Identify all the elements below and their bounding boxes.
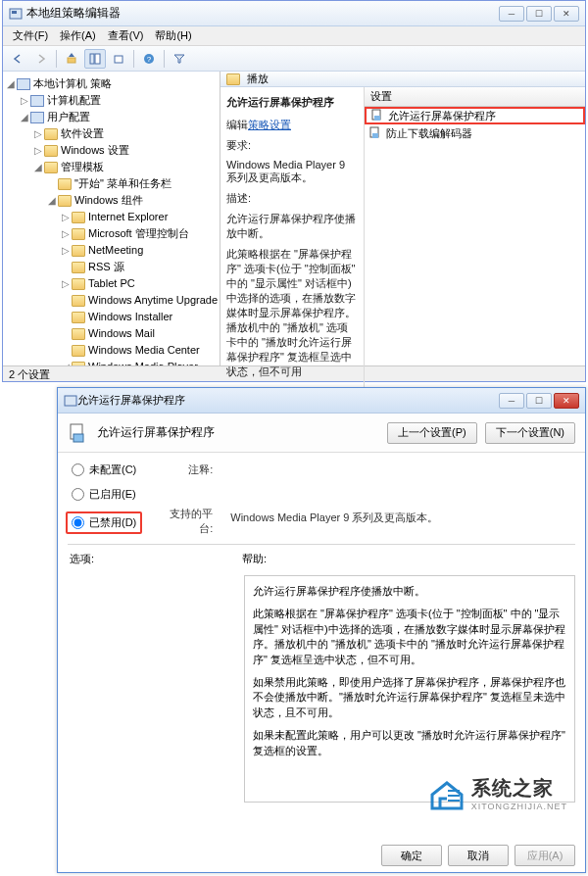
dialog-header-row: 允许运行屏幕保护程序 上一个设置(P) 下一个设置(N) <box>58 414 585 453</box>
highlighted-radio: 已禁用(D) <box>66 511 142 534</box>
tree-node-win-components[interactable]: ◢Windows 组件 ▷Internet Explorer ▷Microsof… <box>46 192 220 365</box>
forward-button[interactable] <box>30 49 52 69</box>
menu-action[interactable]: 操作(A) <box>54 26 102 45</box>
dialog-options-row: 未配置(C) 已启用(E) 已禁用(D) 注释: 支持的平台: Windows … <box>58 453 585 542</box>
help-panel[interactable]: 允许运行屏幕保护程序使播放中断。 此策略根据在 "屏幕保护程序" 选项卡(位于 … <box>244 575 575 803</box>
menubar: 文件(F) 操作(A) 查看(V) 帮助(H) <box>3 26 585 46</box>
cancel-button[interactable]: 取消 <box>448 845 509 866</box>
tree-node-mmc[interactable]: ▷Microsoft 管理控制台 <box>60 225 220 242</box>
tree-node-admin-templates[interactable]: ◢管理模板 "开始" 菜单和任务栏 ◢Windows 组件 ▷Internet … <box>32 159 220 365</box>
maximize-button[interactable]: ☐ <box>526 6 552 22</box>
options-help-labels: 选项: 帮助: <box>58 547 585 571</box>
tree-node-user-cfg[interactable]: ◢用户配置 ▷软件设置 ▷Windows 设置 ◢管理模板 "开始" 菜单和任务… <box>19 109 220 365</box>
svg-rect-1 <box>12 11 17 14</box>
tree-label: Windows Anytime Upgrade <box>88 294 218 306</box>
close-button[interactable]: ✕ <box>554 393 579 409</box>
computer-icon <box>30 95 44 107</box>
tree-node-installer[interactable]: Windows Installer <box>60 309 220 325</box>
tree-label: Windows 设置 <box>61 144 129 156</box>
tree-node-mail[interactable]: Windows Mail <box>60 325 220 342</box>
close-button[interactable]: ✕ <box>554 6 579 22</box>
folder-icon <box>44 128 58 140</box>
list-row-prevent-codec[interactable]: 防止下载编解码器 <box>365 124 585 142</box>
tree-node-win-settings[interactable]: ▷Windows 设置 <box>32 142 220 159</box>
folder-icon <box>72 228 85 240</box>
edit-policy-link[interactable]: 策略设置 <box>248 119 291 130</box>
tree-label: Windows Mail <box>88 327 155 339</box>
client-area: ◢本地计算机 策略 ▷计算机配置 ◢用户配置 ▷软件设置 ▷Windows 设置… <box>3 72 585 365</box>
tree-label: RSS 源 <box>88 261 124 272</box>
content-pane: 播放 允许运行屏幕保护程序 编辑策略设置 要求: Windows Media P… <box>220 72 585 365</box>
tree-node-wmp[interactable]: ◢Windows Media Player 播放 网络 <box>60 359 220 365</box>
radio-notconfigured[interactable]: 未配置(C) <box>72 462 142 477</box>
filter-button[interactable] <box>169 49 190 69</box>
radio-disabled[interactable]: 已禁用(D) <box>72 515 136 530</box>
help-paragraph: 如果禁用此策略，即使用户选择了屏幕保护程序，屏幕保护程序也不会使播放中断。"播放… <box>253 675 566 720</box>
folder-icon <box>72 262 85 273</box>
menu-help[interactable]: 帮助(H) <box>149 26 197 45</box>
req-label: 要求: <box>226 138 358 153</box>
menu-file[interactable]: 文件(F) <box>7 26 54 45</box>
prev-setting-button[interactable]: 上一个设置(P) <box>387 422 477 444</box>
back-button[interactable] <box>7 49 28 69</box>
up-button[interactable] <box>61 49 82 69</box>
radio-enabled[interactable]: 已启用(E) <box>72 487 142 502</box>
titlebar[interactable]: 本地组策略编辑器 ─ ☐ ✕ <box>3 1 585 26</box>
toolbar: ? <box>3 46 585 72</box>
export-button[interactable] <box>108 49 129 69</box>
help-button[interactable]: ? <box>138 49 160 69</box>
watermark-text: 系统之家 XITONGZHIJIA.NET <box>471 775 567 811</box>
folder-icon <box>72 278 85 290</box>
content-body: 允许运行屏幕保护程序 编辑策略设置 要求: Windows Media Play… <box>220 87 585 393</box>
computer-icon <box>17 78 30 90</box>
tree-node-computer-cfg[interactable]: ▷计算机配置 <box>19 92 220 109</box>
policy-dialog: 允许运行屏幕保护程序 ─ ☐ ✕ 允许运行屏幕保护程序 上一个设置(P) 下一个… <box>57 387 586 873</box>
policy-icon <box>368 126 382 140</box>
next-setting-button[interactable]: 下一个设置(N) <box>485 422 575 444</box>
tree-label: 管理模板 <box>61 161 104 172</box>
svg-text:?: ? <box>147 55 152 64</box>
ok-button[interactable]: 确定 <box>381 845 442 866</box>
folder-icon <box>72 295 85 307</box>
folder-icon <box>72 212 85 223</box>
minimize-button[interactable]: ─ <box>499 6 524 22</box>
label-options: 选项: <box>70 552 242 566</box>
tree-label: Tablet PC <box>88 277 135 289</box>
folder-icon <box>72 328 85 340</box>
desc-text: 允许运行屏幕保护程序使播放中断。 <box>226 212 358 241</box>
policy-heading: 允许运行屏幕保护程序 <box>226 95 358 110</box>
svg-rect-11 <box>372 133 378 138</box>
settings-list: 设置 允许运行屏幕保护程序 防止下载编解码器 <box>364 87 585 393</box>
tree-node-rss[interactable]: RSS 源 <box>60 259 220 275</box>
tree-node-root[interactable]: ◢本地计算机 策略 ▷计算机配置 ◢用户配置 ▷软件设置 ▷Windows 设置… <box>5 75 220 365</box>
tree-node-tablet[interactable]: ▷Tablet PC <box>60 275 220 292</box>
tree-node-anytime[interactable]: Windows Anytime Upgrade <box>60 292 220 309</box>
tree-pane[interactable]: ◢本地计算机 策略 ▷计算机配置 ◢用户配置 ▷软件设置 ▷Windows 设置… <box>3 72 220 365</box>
tree-label: Internet Explorer <box>88 211 168 222</box>
show-hide-tree-button[interactable] <box>84 49 106 69</box>
maximize-button[interactable]: ☐ <box>526 393 552 409</box>
tree-label: Microsoft 管理控制台 <box>88 227 189 239</box>
folder-icon <box>44 145 58 157</box>
label-annotation: 注释: <box>160 462 213 477</box>
tree-node-start-taskbar[interactable]: "开始" 菜单和任务栏 <box>46 175 220 192</box>
desc-para2: 此策略根据在 "屏幕保护程序" 选项卡(位于 "控制面板" 中的 "显示属性" … <box>226 247 358 379</box>
tree-node-ie[interactable]: ▷Internet Explorer <box>60 209 220 225</box>
help-paragraph: 此策略根据在 "屏幕保护程序" 选项卡(位于 "控制面板" 中的 "显示属性" … <box>253 607 566 667</box>
menu-view[interactable]: 查看(V) <box>102 26 150 45</box>
dialog-title: 允许运行屏幕保护程序 <box>77 393 499 408</box>
dialog-titlebar[interactable]: 允许运行屏幕保护程序 ─ ☐ ✕ <box>58 388 585 414</box>
list-column-header[interactable]: 设置 <box>365 87 585 107</box>
list-row-allow-screensaver[interactable]: 允许运行屏幕保护程序 <box>365 107 585 124</box>
tree-label: Windows Media Center <box>88 344 200 356</box>
minimize-button[interactable]: ─ <box>499 393 524 409</box>
policy-description-panel: 允许运行屏幕保护程序 编辑策略设置 要求: Windows Media Play… <box>220 87 364 393</box>
tree-label: 软件设置 <box>61 127 104 139</box>
apply-button[interactable]: 应用(A) <box>514 845 575 866</box>
tree-node-software[interactable]: ▷软件设置 <box>32 125 220 142</box>
watermark-url: XITONGZHIJIA.NET <box>471 802 567 811</box>
toolbar-separator-3 <box>164 50 165 68</box>
tree-label: "开始" 菜单和任务栏 <box>74 177 172 189</box>
tree-node-netmeeting[interactable]: ▷NetMeeting <box>60 242 220 259</box>
tree-node-media-center[interactable]: Windows Media Center <box>60 342 220 359</box>
